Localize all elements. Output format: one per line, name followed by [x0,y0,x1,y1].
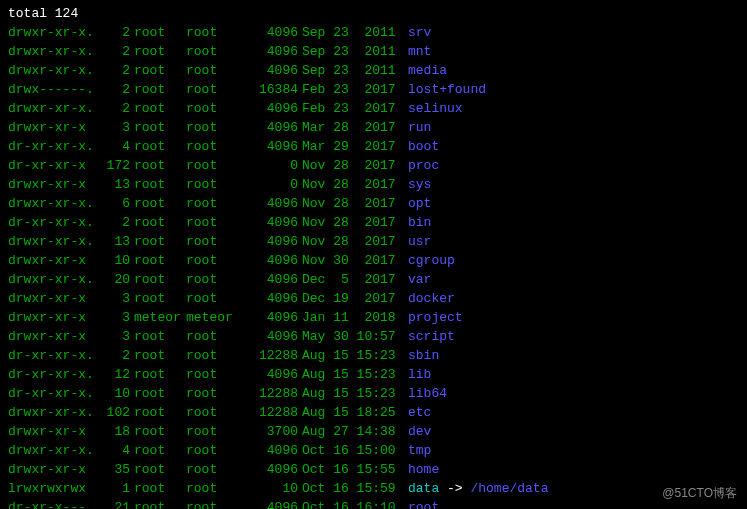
dir-name: etc [408,405,431,420]
dir-name: media [408,63,447,78]
dir-name: boot [408,139,439,154]
link-count: 13 [98,175,130,194]
link-count: 10 [98,384,130,403]
permissions: drwxr-xr-x. [8,270,98,289]
link-count: 102 [98,403,130,422]
group: root [186,422,242,441]
permissions: drwx------. [8,80,98,99]
size: 4096 [242,270,298,289]
dir-name: lib64 [408,386,447,401]
listing-row: dr-xr-xr-x.12rootroot4096Aug 15 15:23lib [8,365,739,384]
date: Aug 15 15:23 [298,365,408,384]
dir-name: sys [408,177,431,192]
owner: root [130,99,186,118]
group: root [186,118,242,137]
size: 3700 [242,422,298,441]
listing-row: drwxr-xr-x.2rootroot4096Sep 23 2011mnt [8,42,739,61]
listing-row: drwxr-xr-x.20rootroot4096Dec 5 2017var [8,270,739,289]
group: root [186,460,242,479]
permissions: dr-xr-xr-x. [8,365,98,384]
size: 16384 [242,80,298,99]
dir-name: docker [408,291,455,306]
listing-row: dr-xr-xr-x.10rootroot12288Aug 15 15:23li… [8,384,739,403]
group: root [186,327,242,346]
date: Feb 23 2017 [298,99,408,118]
group: root [186,289,242,308]
dir-name: dev [408,424,431,439]
dir-name: cgroup [408,253,455,268]
size: 4096 [242,23,298,42]
listing-row: drwx------.2rootroot16384Feb 23 2017lost… [8,80,739,99]
permissions: drwxr-xr-x [8,460,98,479]
link-count: 2 [98,346,130,365]
owner: root [130,80,186,99]
size: 4096 [242,289,298,308]
owner: root [130,23,186,42]
date: Nov 30 2017 [298,251,408,270]
permissions: drwxr-xr-x [8,118,98,137]
owner: root [130,232,186,251]
size: 0 [242,156,298,175]
owner: root [130,327,186,346]
link-count: 172 [98,156,130,175]
dir-name: tmp [408,443,431,458]
link-count: 6 [98,194,130,213]
permissions: drwxr-xr-x [8,251,98,270]
group: root [186,251,242,270]
date: Mar 28 2017 [298,118,408,137]
link-count: 2 [98,61,130,80]
group: root [186,42,242,61]
size: 4096 [242,327,298,346]
link-count: 2 [98,80,130,99]
date: Nov 28 2017 [298,175,408,194]
dir-name: root [408,500,439,509]
size: 4096 [242,213,298,232]
permissions: drwxr-xr-x. [8,99,98,118]
permissions: drwxr-xr-x. [8,42,98,61]
dir-name: bin [408,215,431,230]
size: 0 [242,175,298,194]
owner: root [130,460,186,479]
group: root [186,99,242,118]
listing-row: drwxr-xr-x.13rootroot4096Nov 28 2017usr [8,232,739,251]
size: 4096 [242,61,298,80]
link-count: 2 [98,213,130,232]
permissions: drwxr-xr-x [8,175,98,194]
group: root [186,365,242,384]
date: Dec 5 2017 [298,270,408,289]
date: Aug 27 14:38 [298,422,408,441]
date: Aug 15 15:23 [298,346,408,365]
date: Oct 16 15:59 [298,479,408,498]
permissions: lrwxrwxrwx [8,479,98,498]
date: Sep 23 2011 [298,42,408,61]
directory-listing: drwxr-xr-x.2rootroot4096Sep 23 2011srvdr… [8,23,739,509]
group: root [186,498,242,509]
permissions: dr-xr-x---. [8,498,98,509]
permissions: drwxr-xr-x [8,422,98,441]
permissions: drwxr-xr-x. [8,232,98,251]
owner: root [130,403,186,422]
group: root [186,194,242,213]
size: 4096 [242,42,298,61]
date: May 30 10:57 [298,327,408,346]
group: root [186,403,242,422]
group: root [186,137,242,156]
size: 4096 [242,441,298,460]
owner: root [130,156,186,175]
group: root [186,270,242,289]
date: Jan 11 2018 [298,308,408,327]
dir-name: selinux [408,101,463,116]
dir-name: usr [408,234,431,249]
group: root [186,384,242,403]
listing-row: drwxr-xr-x10rootroot4096Nov 30 2017cgrou… [8,251,739,270]
link-count: 20 [98,270,130,289]
group: root [186,23,242,42]
link-count: 13 [98,232,130,251]
date: Mar 29 2017 [298,137,408,156]
date: Aug 15 18:25 [298,403,408,422]
link-count: 2 [98,99,130,118]
listing-row: drwxr-xr-x.6rootroot4096Nov 28 2017opt [8,194,739,213]
size: 4096 [242,308,298,327]
size: 4096 [242,194,298,213]
link-count: 3 [98,308,130,327]
